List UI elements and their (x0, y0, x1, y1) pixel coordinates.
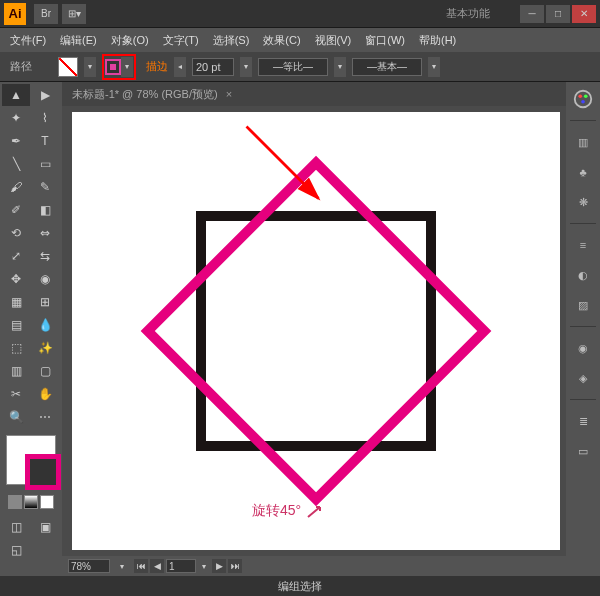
eyedropper-tool[interactable]: 💧 (31, 314, 59, 336)
gradient-panel-icon[interactable]: ◐ (572, 264, 594, 286)
bridge-button[interactable]: Br (34, 4, 58, 24)
menu-object[interactable]: 对象(O) (105, 30, 155, 51)
brush-label: 基本 (377, 60, 397, 74)
control-bar: 路径 ▾ ▾ 描边 ◂ ▾ — 等比 — ▾ — 基本 — ▾ (0, 52, 600, 82)
width-tool[interactable]: ⇆ (31, 245, 59, 267)
lasso-tool[interactable]: ⌇ (31, 107, 59, 129)
color-mode-gradient[interactable] (24, 495, 38, 509)
brushes-panel-icon[interactable]: ♣ (572, 161, 594, 183)
artboards-panel-icon[interactable]: ▭ (572, 440, 594, 462)
app-logo-icon: Ai (4, 3, 26, 25)
rectangle-tool[interactable]: ▭ (31, 153, 59, 175)
menu-file[interactable]: 文件(F) (4, 30, 52, 51)
eraser-tool[interactable]: ◧ (31, 199, 59, 221)
draw-mode[interactable]: ◱ (2, 539, 30, 561)
pen-tool[interactable]: ✒ (2, 130, 30, 152)
graphic-styles-panel-icon[interactable]: ◈ (572, 367, 594, 389)
stroke-weight-input[interactable] (192, 58, 234, 76)
fill-swatch[interactable] (58, 57, 78, 77)
menu-effect[interactable]: 效果(C) (257, 30, 306, 51)
artboard-tool[interactable]: ▢ (31, 360, 59, 382)
svg-point-1 (575, 91, 592, 108)
svg-point-4 (581, 100, 585, 104)
paintbrush-tool[interactable]: 🖌 (2, 176, 30, 198)
layers-panel-icon[interactable]: ≣ (572, 410, 594, 432)
color-mode-none[interactable] (40, 495, 54, 509)
stroke-weight-dd[interactable]: ▾ (240, 57, 252, 77)
document-tab[interactable]: 未标题-1* @ 78% (RGB/预览) (72, 87, 218, 102)
menu-view[interactable]: 视图(V) (309, 30, 358, 51)
mesh-tool[interactable]: ⊞ (31, 291, 59, 313)
prev-artboard-button[interactable]: ◀ (150, 559, 164, 573)
brush-dd[interactable]: ▾ (428, 57, 440, 77)
gradient-tool[interactable]: ▤ (2, 314, 30, 336)
scale-tool[interactable]: ⤢ (2, 245, 30, 267)
annotation-arrow-icon (242, 122, 332, 212)
symbol-sprayer-tool[interactable]: ✨ (31, 337, 59, 359)
column-graph-tool[interactable]: ▥ (2, 360, 30, 382)
slice-tool[interactable]: ✂ (2, 383, 30, 405)
artboard-number-input[interactable] (166, 559, 196, 573)
profile-select[interactable]: — 等比 — (258, 58, 328, 76)
zoom-tool[interactable]: 🔍 (2, 406, 30, 428)
menu-window[interactable]: 窗口(W) (359, 30, 411, 51)
last-artboard-button[interactable]: ⏭ (228, 559, 242, 573)
rotate-arrow-icon (305, 503, 327, 519)
symbols-panel-icon[interactable]: ❋ (572, 191, 594, 213)
minimize-button[interactable]: ─ (520, 5, 544, 23)
canvas-viewport[interactable]: 旋转45° (62, 106, 566, 556)
maximize-button[interactable]: □ (546, 5, 570, 23)
transparency-panel-icon[interactable]: ▨ (572, 294, 594, 316)
close-button[interactable]: ✕ (572, 5, 596, 23)
type-tool[interactable]: T (31, 130, 59, 152)
fill-dropdown[interactable]: ▾ (84, 57, 96, 77)
stroke-dropdown[interactable]: ▾ (121, 57, 133, 77)
color-mode-solid[interactable] (8, 495, 22, 509)
magic-wand-tool[interactable]: ✦ (2, 107, 30, 129)
svg-line-0 (247, 127, 319, 199)
line-tool[interactable]: ╲ (2, 153, 30, 175)
stroke-label[interactable]: 描边 (146, 59, 168, 74)
menu-type[interactable]: 文字(T) (157, 30, 205, 51)
first-artboard-button[interactable]: ⏮ (134, 559, 148, 573)
blob-brush-tool[interactable]: ✐ (2, 199, 30, 221)
stroke-swatch[interactable] (105, 59, 121, 75)
perspective-tool[interactable]: ▦ (2, 291, 30, 313)
extra-tool[interactable]: ⋯ (31, 406, 59, 428)
profile-dd[interactable]: ▾ (334, 57, 346, 77)
fill-color-icon[interactable] (6, 435, 56, 485)
free-transform-tool[interactable]: ✥ (2, 268, 30, 290)
stroke-panel-icon[interactable]: ≡ (572, 234, 594, 256)
document-footer: ▾ ⏮ ◀ ▾ ▶ ⏭ (62, 556, 566, 576)
swatches-panel-icon[interactable]: ▥ (572, 131, 594, 153)
rotate-tool[interactable]: ⟲ (2, 222, 30, 244)
brush-select[interactable]: — 基本 — (352, 58, 422, 76)
shape-builder-tool[interactable]: ◉ (31, 268, 59, 290)
color-picker[interactable] (2, 433, 60, 511)
blend-tool[interactable]: ⬚ (2, 337, 30, 359)
reflect-tool[interactable]: ⇔ (31, 222, 59, 244)
artboard-dd[interactable]: ▾ (198, 556, 210, 576)
arrange-button[interactable]: ⊞▾ (62, 4, 86, 24)
status-bar: 编组选择 (0, 576, 600, 596)
zoom-input[interactable] (68, 559, 110, 573)
screen-mode-normal[interactable]: ◫ (2, 516, 30, 538)
menu-edit[interactable]: 编辑(E) (54, 30, 103, 51)
workspace-label[interactable]: 基本功能 (446, 6, 490, 21)
next-artboard-button[interactable]: ▶ (212, 559, 226, 573)
stroke-color-icon[interactable] (25, 454, 61, 490)
zoom-dd[interactable]: ▾ (116, 556, 128, 576)
stroke-weight-down[interactable]: ◂ (174, 57, 186, 77)
hand-tool[interactable]: ✋ (31, 383, 59, 405)
tab-close-icon[interactable]: × (226, 88, 232, 100)
menu-help[interactable]: 帮助(H) (413, 30, 462, 51)
selection-tool[interactable]: ▲ (2, 84, 30, 106)
appearance-panel-icon[interactable]: ◉ (572, 337, 594, 359)
pencil-tool[interactable]: ✎ (31, 176, 59, 198)
direct-selection-tool[interactable]: ▶ (31, 84, 59, 106)
artboard: 旋转45° (72, 112, 560, 550)
screen-mode-full[interactable]: ▣ (31, 516, 59, 538)
menu-select[interactable]: 选择(S) (207, 30, 256, 51)
svg-point-2 (578, 94, 582, 98)
color-panel-icon[interactable] (572, 88, 594, 110)
